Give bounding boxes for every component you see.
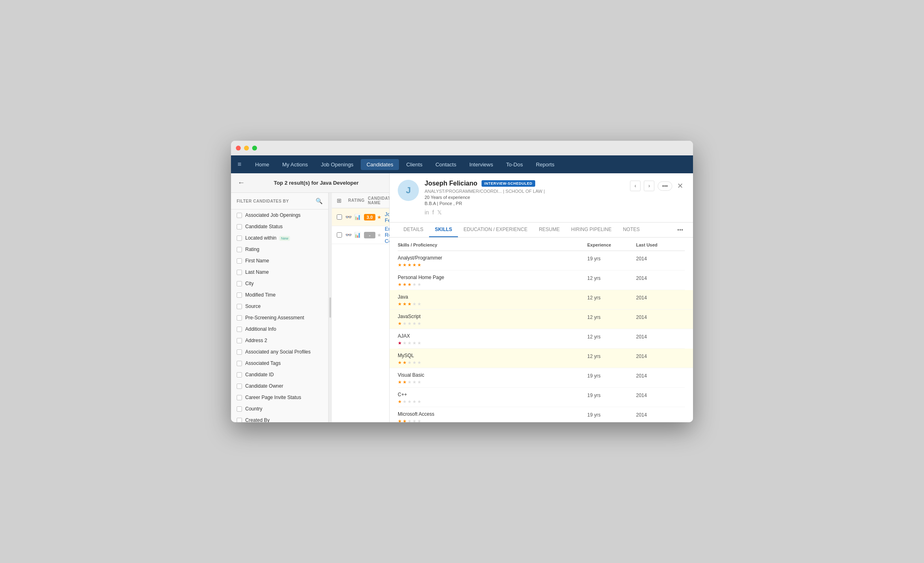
tab-resume[interactable]: RESUME xyxy=(533,223,565,237)
status-badge: INTERVIEW-SCHEDULED xyxy=(482,180,535,187)
candidate-row-2[interactable]: 👓 📊 - ★ Emanuel Rodríguez Cedeño xyxy=(332,226,389,244)
tab-education[interactable]: EDUCATION / EXPERIENCE xyxy=(458,223,533,237)
filter-item-located-within[interactable]: Located within New xyxy=(231,232,328,244)
view-icon-2[interactable]: 👓 xyxy=(345,232,352,238)
filter-checkbox-last-name[interactable] xyxy=(237,270,242,275)
filter-checkbox-career-page[interactable] xyxy=(237,395,242,400)
prev-candidate-button[interactable]: ‹ xyxy=(630,181,641,191)
filter-item-social-profiles[interactable]: Associated any Social Profiles xyxy=(231,346,328,358)
filter-checkbox-created-by[interactable] xyxy=(237,418,242,423)
nav-item-candidates[interactable]: Candidates xyxy=(361,159,399,170)
filter-item-candidate-id[interactable]: Candidate ID xyxy=(231,369,328,380)
detail-role: ANALYST/PROGRAMMER/COORDI... | SCHOOL OF… xyxy=(425,189,624,194)
filter-checkbox-source[interactable] xyxy=(237,304,242,309)
filter-label-additional-info: Additional Info xyxy=(245,326,276,332)
filter-item-rating[interactable]: Rating xyxy=(231,244,328,255)
chart-icon-1[interactable]: 📊 xyxy=(354,214,361,220)
filter-item-additional-info[interactable]: Additional Info xyxy=(231,323,328,335)
filter-item-pre-screening[interactable]: Pre-Screening Assessment xyxy=(231,312,328,323)
filter-checkbox-social-profiles[interactable] xyxy=(237,349,242,355)
skill-star-7-2: ★ xyxy=(408,399,412,404)
filter-checkbox-country[interactable] xyxy=(237,406,242,412)
more-options-button[interactable]: ••• xyxy=(658,181,672,191)
filter-item-associated-tags[interactable]: Associated Tags xyxy=(231,358,328,369)
skill-star-4-4: ★ xyxy=(417,340,421,346)
filter-search-icon[interactable]: 🔍 xyxy=(316,198,323,204)
skill-star-4-0: ★ xyxy=(398,340,402,346)
filter-checkbox-city[interactable] xyxy=(237,281,242,286)
maximize-traffic-light[interactable] xyxy=(252,146,257,151)
skill-name-col-4: AJAX ★★★★★ xyxy=(398,333,587,346)
nav-item-home[interactable]: Home xyxy=(249,159,275,170)
skill-star-7-3: ★ xyxy=(412,399,416,404)
filter-checkbox-modified-time[interactable] xyxy=(237,292,242,298)
hamburger-menu[interactable]: ≡ xyxy=(238,161,241,168)
close-traffic-light[interactable] xyxy=(236,146,241,151)
tab-details[interactable]: DETAILS xyxy=(398,223,429,237)
filter-checkbox-additional-info[interactable] xyxy=(237,327,242,332)
skill-stars-7: ★★★★★ xyxy=(398,399,587,404)
linkedin-icon[interactable]: in xyxy=(425,209,429,216)
tab-hiring-pipeline[interactable]: HIRING PIPELINE xyxy=(565,223,617,237)
filter-checkbox-candidate-status[interactable] xyxy=(237,224,242,229)
minimize-traffic-light[interactable] xyxy=(244,146,249,151)
filter-checkbox-associated-tags[interactable] xyxy=(237,361,242,366)
candidate-name-1[interactable]: Joseph Feliciano xyxy=(385,211,389,223)
twitter-icon[interactable]: 𝕏 xyxy=(437,209,442,216)
row1-checkbox[interactable] xyxy=(337,214,342,220)
filter-item-address2[interactable]: Address 2 xyxy=(231,335,328,346)
sidebar-resize-handle[interactable] xyxy=(329,193,332,422)
tabs-more-button[interactable]: ••• xyxy=(676,223,685,237)
search-prefix: Top xyxy=(274,180,283,186)
filter-checkbox-first-name[interactable] xyxy=(237,258,242,264)
skill-exp-8: 19 yrs xyxy=(587,411,636,422)
nav-item-clients[interactable]: Clients xyxy=(401,159,428,170)
filter-item-created-by[interactable]: Created By xyxy=(231,415,328,422)
nav-item-my-actions[interactable]: My Actions xyxy=(277,159,314,170)
nav-item-todos[interactable]: To-Dos xyxy=(501,159,529,170)
close-detail-button[interactable]: ✕ xyxy=(676,180,685,192)
skill-last-used-2: 2014 xyxy=(636,294,685,307)
candidate-name-2[interactable]: Emanuel Rodríguez Cedeño xyxy=(385,226,389,244)
search-title: Top 2 result(s) for Java Developer xyxy=(250,180,383,186)
filter-item-candidate-status[interactable]: Candidate Status xyxy=(231,221,328,232)
nav-item-contacts[interactable]: Contacts xyxy=(430,159,462,170)
nav-item-interviews[interactable]: Interviews xyxy=(464,159,499,170)
facebook-icon[interactable]: f xyxy=(432,209,434,216)
filter-checkbox-candidate-id[interactable] xyxy=(237,372,242,378)
filter-checkbox-located-within[interactable] xyxy=(237,236,242,241)
tab-notes[interactable]: NOTES xyxy=(617,223,645,237)
next-candidate-button[interactable]: › xyxy=(644,181,654,191)
tab-skills[interactable]: SKILLS xyxy=(429,223,458,237)
chart-icon-2[interactable]: 📊 xyxy=(354,232,361,238)
filter-checkbox-address2[interactable] xyxy=(237,338,242,343)
filter-checkbox-job-openings[interactable] xyxy=(237,213,242,218)
grid-view-icon[interactable]: ⊞ xyxy=(337,197,342,204)
filter-item-career-page[interactable]: Career Page Invite Status xyxy=(231,392,328,403)
filter-item-first-name[interactable]: First Name xyxy=(231,255,328,266)
filter-checkbox-rating[interactable] xyxy=(237,247,242,252)
filter-item-city[interactable]: City xyxy=(231,278,328,289)
skill-exp-2: 12 yrs xyxy=(587,294,636,307)
filter-item-country[interactable]: Country xyxy=(231,403,328,415)
skill-exp-0: 19 yrs xyxy=(587,255,636,268)
back-button[interactable]: ← xyxy=(238,179,245,187)
skill-last-used-4: 2014 xyxy=(636,333,685,346)
nav-item-job-openings[interactable]: Job Openings xyxy=(315,159,359,170)
filter-item-candidate-owner[interactable]: Candidate Owner xyxy=(231,380,328,392)
row2-checkbox[interactable] xyxy=(337,232,342,238)
row2-star: ★ xyxy=(377,232,381,238)
filter-item-last-name[interactable]: Last Name xyxy=(231,266,328,278)
filter-label-candidate-owner: Candidate Owner xyxy=(245,383,283,389)
nav-item-reports[interactable]: Reports xyxy=(530,159,560,170)
filter-item-modified-time[interactable]: Modified Time xyxy=(231,289,328,301)
left-panel: ← Top 2 result(s) for Java Developer FIL… xyxy=(231,173,390,422)
skill-star-0-2: ★ xyxy=(408,262,412,268)
filter-checkbox-pre-screening[interactable] xyxy=(237,315,242,321)
nav-bar: ≡ Home My Actions Job Openings Candidate… xyxy=(231,155,693,173)
filter-item-job-openings[interactable]: Associated Job Openings xyxy=(231,209,328,221)
candidate-row-1[interactable]: 👓 📊 3.0 ★ Joseph Feliciano xyxy=(332,208,389,226)
view-icon-1[interactable]: 👓 xyxy=(345,214,352,220)
filter-item-source[interactable]: Source xyxy=(231,301,328,312)
filter-checkbox-candidate-owner[interactable] xyxy=(237,384,242,389)
